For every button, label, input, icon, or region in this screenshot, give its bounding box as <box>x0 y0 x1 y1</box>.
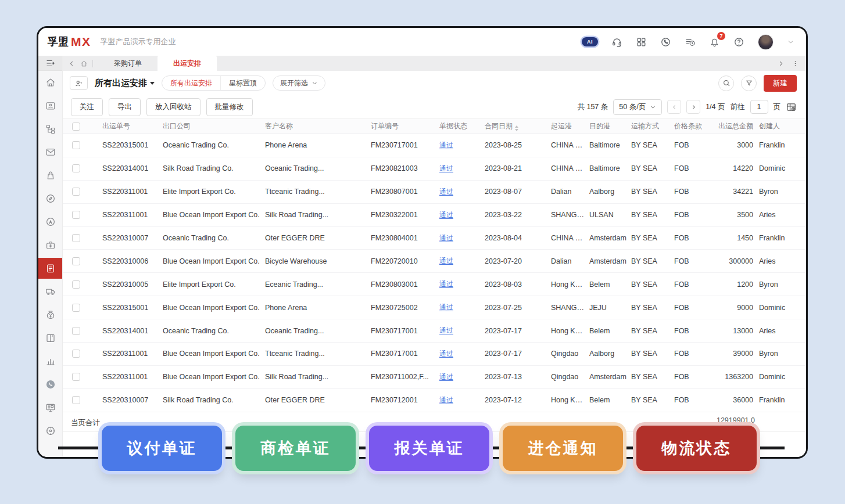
sidebar-item-monitor[interactable] <box>38 396 62 419</box>
row-checkbox[interactable] <box>72 396 80 404</box>
select-all-checkbox[interactable] <box>72 123 80 131</box>
flow-button-物流状态[interactable]: 物流状态 <box>636 426 757 471</box>
table-row[interactable]: SS220314001Oceanic Trading Co.Oceanic Tr… <box>63 319 806 343</box>
status-link[interactable]: 通过 <box>439 350 453 358</box>
sidebar-item-notebook[interactable] <box>38 326 62 350</box>
column-header-order[interactable]: 订单编号 <box>371 121 439 131</box>
view-selector[interactable]: 所有出运安排 <box>95 78 155 89</box>
column-header-id[interactable]: 出运单号 <box>102 121 163 131</box>
sidebar-item-shopping-bag[interactable] <box>38 164 62 187</box>
sidebar-item-mail[interactable] <box>38 141 62 164</box>
sidebar-item-letter-a-circle[interactable] <box>38 210 62 233</box>
sort-icon[interactable] <box>515 125 518 131</box>
flow-button-议付单证[interactable]: 议付单证 <box>102 426 222 471</box>
column-header-from[interactable]: 起运港 <box>551 121 589 131</box>
column-header-creator[interactable]: 创建人 <box>754 121 806 131</box>
sidebar-item-home[interactable] <box>38 71 62 94</box>
page-size-select[interactable]: 50 条/页 <box>613 99 662 115</box>
user-avatar[interactable] <box>758 34 774 50</box>
apps-grid-icon[interactable] <box>636 37 647 48</box>
column-header-exporter[interactable]: 出口公司 <box>163 121 265 131</box>
headset-icon[interactable] <box>611 37 622 48</box>
prev-page-button[interactable] <box>667 100 681 114</box>
home-tab-icon[interactable] <box>80 60 88 67</box>
table-row[interactable]: SS220310007Oceanic Trading Co.Oter EGGER… <box>63 227 806 250</box>
next-page-button[interactable] <box>686 100 700 114</box>
column-header-transport[interactable]: 运输方式 <box>631 121 674 131</box>
tab-0[interactable]: 采购订单 <box>98 56 157 71</box>
tab-kebab-menu-icon[interactable] <box>792 60 799 67</box>
table-row[interactable]: SS220311001Elite Import Export Co.Ttcean… <box>63 181 806 204</box>
expand-filter-button[interactable]: 展开筛选 <box>273 75 325 91</box>
table-row[interactable]: SS220310006Blue Ocean Import Export Co.B… <box>63 250 806 273</box>
flow-button-报关单证[interactable]: 报关单证 <box>369 426 489 471</box>
sidebar-item-briefcase-dollar[interactable] <box>38 233 62 257</box>
row-checkbox[interactable] <box>72 373 80 381</box>
table-row[interactable]: SS220310007Silk Road Trading Co.Oter EGG… <box>63 389 806 412</box>
sidebar-item-bar-chart[interactable] <box>38 350 62 373</box>
view-segment-0[interactable]: 所有出运安排 <box>162 76 220 90</box>
flow-button-进仓通知[interactable]: 进仓通知 <box>503 426 623 471</box>
tab-1[interactable]: 出运安排 <box>157 56 217 71</box>
column-settings-icon[interactable] <box>786 102 797 113</box>
notification-bell-button[interactable]: 7 <box>709 37 720 48</box>
status-link[interactable]: 通过 <box>439 396 453 404</box>
whatsapp-icon[interactable] <box>660 37 671 48</box>
toolbar-button-批量修改[interactable]: 批量修改 <box>206 98 253 116</box>
create-button[interactable]: 新建 <box>764 75 797 92</box>
goto-page-input[interactable] <box>750 100 768 114</box>
back-chevron-icon[interactable] <box>68 60 76 67</box>
column-header-status[interactable]: 单据状态 <box>439 121 485 131</box>
row-checkbox[interactable] <box>72 164 80 172</box>
status-link[interactable]: 通过 <box>439 188 453 196</box>
sidebar-item-settings-gear[interactable] <box>38 419 62 442</box>
toolbar-button-放入回收站[interactable]: 放入回收站 <box>146 98 200 116</box>
sidebar-item-contact-card[interactable] <box>38 94 62 117</box>
row-checkbox[interactable] <box>72 350 80 358</box>
table-row[interactable]: SS220315001Oceanic Trading Co.Phone Aren… <box>63 134 806 157</box>
column-header-date[interactable]: 合同日期 <box>485 121 551 131</box>
status-link[interactable]: 通过 <box>439 280 453 288</box>
sidebar-item-compass[interactable] <box>38 187 62 210</box>
table-row[interactable]: SS220311001Blue Ocean Import Export Co.S… <box>63 204 806 227</box>
view-segment-1[interactable]: 星标置顶 <box>220 76 265 90</box>
status-link[interactable]: 通过 <box>439 234 453 242</box>
table-row[interactable]: SS220311001Blue Ocean Import Export Co.T… <box>63 343 806 366</box>
status-link[interactable]: 通过 <box>439 141 453 149</box>
row-checkbox[interactable] <box>72 257 80 265</box>
sidebar-item-org-structure[interactable] <box>38 117 62 141</box>
task-list-icon[interactable] <box>685 37 696 48</box>
column-header-to[interactable]: 目的港 <box>589 121 631 131</box>
status-link[interactable]: 通过 <box>439 257 453 265</box>
row-checkbox[interactable] <box>72 280 80 289</box>
sidebar-item-truck[interactable] <box>38 280 62 303</box>
sidebar-item-shipping-doc[interactable] <box>38 258 62 279</box>
column-header-amount[interactable]: 出运总金额 <box>717 121 754 131</box>
table-row[interactable]: SS220311001Blue Ocean Import Export Co.S… <box>63 366 806 389</box>
table-row[interactable]: SS220314001Silk Road Trading Co.Oceanic … <box>63 157 806 181</box>
table-row[interactable]: SS220315001Blue Ocean Import Export Co.P… <box>63 296 806 319</box>
help-icon[interactable] <box>733 37 744 48</box>
row-checkbox[interactable] <box>72 304 80 312</box>
status-link[interactable]: 通过 <box>439 164 453 172</box>
user-filter-button[interactable] <box>70 76 88 90</box>
chevron-down-icon[interactable] <box>787 38 794 46</box>
status-link[interactable]: 通过 <box>439 373 453 381</box>
search-button[interactable] <box>718 75 734 91</box>
status-link[interactable]: 通过 <box>439 211 453 219</box>
column-header-terms[interactable]: 价格条款 <box>674 121 717 131</box>
row-checkbox[interactable] <box>72 188 80 196</box>
toolbar-button-关注[interactable]: 关注 <box>71 98 103 116</box>
row-checkbox[interactable] <box>72 141 80 149</box>
row-checkbox[interactable] <box>72 211 80 219</box>
column-header-customer[interactable]: 客户名称 <box>265 121 371 131</box>
row-checkbox[interactable] <box>72 327 80 335</box>
row-checkbox[interactable] <box>72 234 80 242</box>
status-link[interactable]: 通过 <box>439 326 453 334</box>
table-row[interactable]: SS220310005Elite Import Export Co.Eceani… <box>63 273 806 296</box>
sidebar-item-collapse-menu[interactable] <box>38 56 62 71</box>
sidebar-item-whatsapp-filled[interactable] <box>38 373 62 396</box>
toolbar-button-导出[interactable]: 导出 <box>109 98 141 116</box>
filter-funnel-button[interactable] <box>741 75 757 91</box>
flow-button-商检单证[interactable]: 商检单证 <box>235 426 356 471</box>
